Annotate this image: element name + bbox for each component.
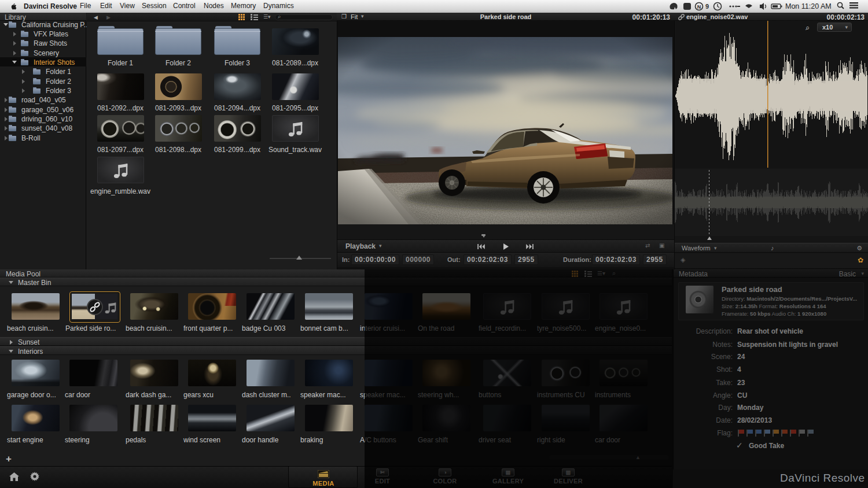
svg-text:9: 9 [705, 3, 709, 10]
svg-text:N: N [697, 4, 701, 10]
